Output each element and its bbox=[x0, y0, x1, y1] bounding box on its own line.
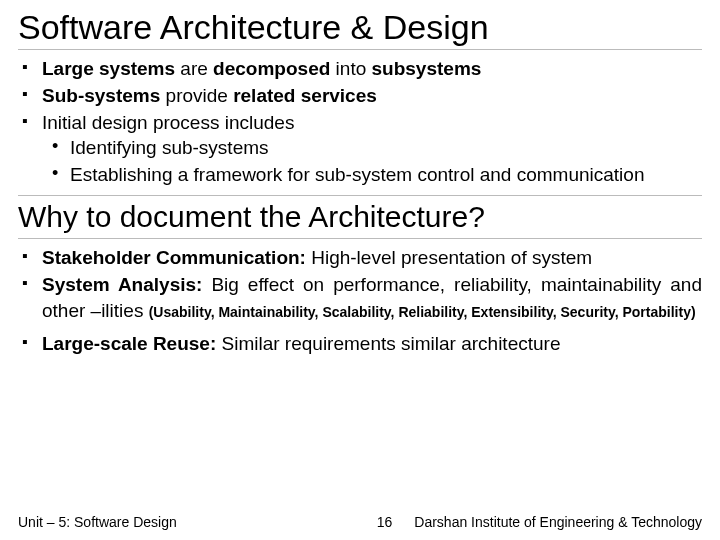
slide: Software Architecture & Design Large sys… bbox=[0, 0, 720, 540]
text: Establishing a framework for sub-system … bbox=[70, 164, 644, 185]
bullet-item: Stakeholder Communication: High-level pr… bbox=[42, 245, 702, 270]
text-bold: Sub-systems bbox=[42, 85, 160, 106]
footer: Unit – 5: Software Design 16 Darshan Ins… bbox=[0, 514, 720, 530]
text-bold: Large-scale Reuse: bbox=[42, 333, 216, 354]
slide-title-1: Software Architecture & Design bbox=[18, 8, 702, 50]
bullet-item: Large systems are decomposed into subsys… bbox=[42, 56, 702, 81]
section-2: Stakeholder Communication: High-level pr… bbox=[18, 245, 702, 355]
text-bold: related services bbox=[233, 85, 377, 106]
bullet-item: Sub-systems provide related services bbox=[42, 83, 702, 108]
text-bold: Stakeholder Communication: bbox=[42, 247, 306, 268]
footer-page-number: 16 bbox=[377, 514, 393, 530]
text-bold: Large systems bbox=[42, 58, 175, 79]
bullet-item: Large-scale Reuse: Similar requirements … bbox=[42, 331, 702, 356]
text-bold: System Analysis: bbox=[42, 274, 202, 295]
text-small: (Usability, Maintainability, Scalability… bbox=[149, 304, 696, 320]
bullet-list-1: Large systems are decomposed into subsys… bbox=[18, 56, 702, 187]
text: Identifying sub-systems bbox=[70, 137, 269, 158]
text-bold: subsystems bbox=[372, 58, 482, 79]
sub-bullet-list: Identifying sub-systems Establishing a f… bbox=[42, 135, 702, 187]
bullet-item: Initial design process includes Identify… bbox=[42, 110, 702, 187]
sub-bullet-item: Establishing a framework for sub-system … bbox=[70, 162, 702, 187]
footer-institute: Darshan Institute of Engineering & Techn… bbox=[414, 514, 702, 530]
bullet-item: System Analysis: Big effect on performan… bbox=[42, 272, 702, 322]
text: are bbox=[175, 58, 213, 79]
text: provide bbox=[160, 85, 233, 106]
text-bold: decomposed bbox=[213, 58, 330, 79]
sub-bullet-item: Identifying sub-systems bbox=[70, 135, 702, 160]
text: into bbox=[330, 58, 371, 79]
text: Initial design process includes bbox=[42, 112, 294, 133]
bullet-list-2: Stakeholder Communication: High-level pr… bbox=[18, 245, 702, 355]
footer-unit: Unit – 5: Software Design bbox=[18, 514, 177, 530]
text: High-level presentation of system bbox=[306, 247, 592, 268]
slide-title-2: Why to document the Architecture? bbox=[18, 195, 702, 239]
section-1: Large systems are decomposed into subsys… bbox=[18, 56, 702, 187]
text: Similar requirements similar architectur… bbox=[216, 333, 560, 354]
